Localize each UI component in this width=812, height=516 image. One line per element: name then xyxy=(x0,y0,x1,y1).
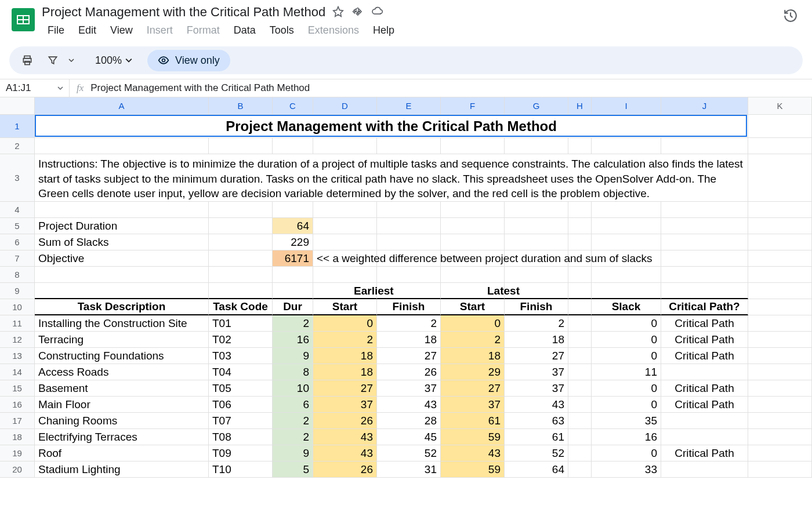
cell-D12[interactable]: 2 xyxy=(313,332,377,348)
cell-J20[interactable] xyxy=(661,462,748,478)
cell-H11[interactable] xyxy=(568,315,592,332)
row-header-8[interactable]: 8 xyxy=(0,267,35,283)
cell-C11[interactable]: 2 xyxy=(273,315,313,332)
cell-J9[interactable] xyxy=(661,283,748,299)
cell-J19[interactable]: Critical Path xyxy=(661,445,748,462)
cell-K18[interactable] xyxy=(748,429,812,445)
document-title[interactable]: Project Management with the Critical Pat… xyxy=(42,5,325,20)
cell-J13[interactable]: Critical Path xyxy=(661,348,748,364)
cell-C7[interactable]: 6171 xyxy=(273,250,313,267)
cell-C13[interactable]: 9 xyxy=(273,348,313,364)
cell-F2[interactable] xyxy=(441,138,505,154)
cell-G19[interactable]: 52 xyxy=(505,445,568,462)
cell-I8[interactable] xyxy=(592,267,661,283)
cell-K14[interactable] xyxy=(748,364,812,380)
cell-G17[interactable]: 63 xyxy=(505,413,568,429)
cell-H19[interactable] xyxy=(568,445,592,462)
cell-F4[interactable] xyxy=(441,202,505,218)
cell-B11[interactable]: T01 xyxy=(209,315,273,332)
cell-F18[interactable]: 59 xyxy=(441,429,505,445)
row-header-1[interactable]: 1 xyxy=(0,115,35,138)
row-header-11[interactable]: 11 xyxy=(0,315,35,332)
cell-A11[interactable]: Installing the Construction Site xyxy=(35,315,209,332)
cell-C2[interactable] xyxy=(273,138,313,154)
cell-H15[interactable] xyxy=(568,380,592,397)
row-header-2[interactable]: 2 xyxy=(0,138,35,154)
cell-E8[interactable] xyxy=(377,267,441,283)
cell-D18[interactable]: 43 xyxy=(313,429,377,445)
cell-J6[interactable] xyxy=(661,234,748,250)
row-header-9[interactable]: 9 xyxy=(0,283,35,299)
cell-J7[interactable] xyxy=(661,250,748,267)
cell-J5[interactable] xyxy=(661,218,748,234)
cell-A1[interactable]: Project Management with the Critical Pat… xyxy=(35,115,748,138)
col-header-F[interactable]: F xyxy=(441,97,505,115)
cell-K8[interactable] xyxy=(748,267,812,283)
cell-B6[interactable] xyxy=(209,234,273,250)
cells-area[interactable]: Project Management with the Critical Pat… xyxy=(35,115,812,478)
row-header-12[interactable]: 12 xyxy=(0,332,35,348)
cell-D14[interactable]: 18 xyxy=(313,364,377,380)
cell-C6[interactable]: 229 xyxy=(273,234,313,250)
row-header-3[interactable]: 3 xyxy=(0,154,35,202)
cell-K13[interactable] xyxy=(748,348,812,364)
cell-K9[interactable] xyxy=(748,283,812,299)
cell-F16[interactable]: 37 xyxy=(441,397,505,413)
cell-J16[interactable]: Critical Path xyxy=(661,397,748,413)
cell-I15[interactable]: 0 xyxy=(592,380,661,397)
cell-C17[interactable]: 2 xyxy=(273,413,313,429)
cell-H18[interactable] xyxy=(568,429,592,445)
cell-G14[interactable]: 37 xyxy=(505,364,568,380)
cell-B4[interactable] xyxy=(209,202,273,218)
cell-C18[interactable]: 2 xyxy=(273,429,313,445)
cell-D16[interactable]: 37 xyxy=(313,397,377,413)
cell-J8[interactable] xyxy=(661,267,748,283)
menu-help[interactable]: Help xyxy=(367,22,400,39)
cell-A4[interactable] xyxy=(35,202,209,218)
row-header-13[interactable]: 13 xyxy=(0,348,35,364)
menu-format[interactable]: Format xyxy=(181,22,226,39)
col-header-C[interactable]: C xyxy=(273,97,313,115)
cell-C14[interactable]: 8 xyxy=(273,364,313,380)
row-header-4[interactable]: 4 xyxy=(0,202,35,218)
cell-A16[interactable]: Main Floor xyxy=(35,397,209,413)
col-header-B[interactable]: B xyxy=(209,97,273,115)
cell-I9[interactable] xyxy=(592,283,661,299)
cell-D8[interactable] xyxy=(313,267,377,283)
cell-A5[interactable]: Project Duration xyxy=(35,218,209,234)
col-header-E[interactable]: E xyxy=(377,97,441,115)
cell-I16[interactable]: 0 xyxy=(592,397,661,413)
row-header-17[interactable]: 17 xyxy=(0,413,35,429)
cell-B16[interactable]: T06 xyxy=(209,397,273,413)
cell-D13[interactable]: 18 xyxy=(313,348,377,364)
row-header-5[interactable]: 5 xyxy=(0,218,35,234)
cell-I18[interactable]: 16 xyxy=(592,429,661,445)
cell-C10[interactable]: Dur xyxy=(273,299,313,315)
row-header-19[interactable]: 19 xyxy=(0,445,35,462)
cell-D7[interactable]: << a weighted difference between project… xyxy=(313,250,377,267)
cell-D10[interactable]: Start xyxy=(313,299,377,315)
cell-H5[interactable] xyxy=(568,218,592,234)
print-button[interactable] xyxy=(17,50,37,70)
cell-I20[interactable]: 33 xyxy=(592,462,661,478)
cell-K3[interactable] xyxy=(748,154,812,202)
cell-K5[interactable] xyxy=(748,218,812,234)
cell-K17[interactable] xyxy=(748,413,812,429)
cell-E12[interactable]: 18 xyxy=(377,332,441,348)
cell-H2[interactable] xyxy=(568,138,592,154)
cell-K2[interactable] xyxy=(748,138,812,154)
row-header-15[interactable]: 15 xyxy=(0,380,35,397)
cell-D5[interactable] xyxy=(313,218,377,234)
cell-G10[interactable]: Finish xyxy=(505,299,568,315)
cell-F6[interactable] xyxy=(441,234,505,250)
cell-K19[interactable] xyxy=(748,445,812,462)
cell-B8[interactable] xyxy=(209,267,273,283)
cell-C5[interactable]: 64 xyxy=(273,218,313,234)
cloud-icon[interactable] xyxy=(372,6,383,19)
cell-K4[interactable] xyxy=(748,202,812,218)
menu-file[interactable]: File xyxy=(42,22,70,39)
cell-D19[interactable]: 43 xyxy=(313,445,377,462)
cell-D20[interactable]: 26 xyxy=(313,462,377,478)
cell-I4[interactable] xyxy=(592,202,661,218)
cell-E10[interactable]: Finish xyxy=(377,299,441,315)
